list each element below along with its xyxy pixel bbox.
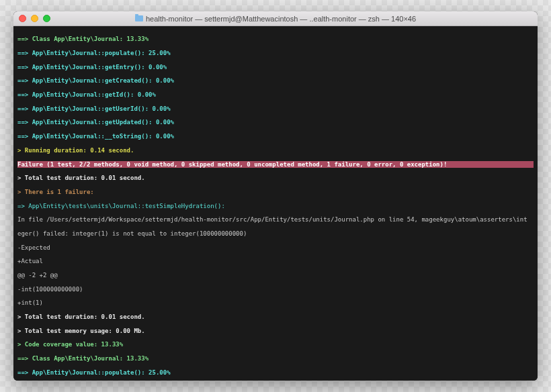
method-line: ==> App\Entity\Journal::getUserId(): 0.0…: [17, 105, 534, 112]
diff-hunk: @@ -2 +2 @@: [17, 272, 534, 279]
total-duration: > Total test duration: 0.01 second.: [17, 175, 534, 181]
total-memory: > Total test memory usage: 0.00 Mb.: [17, 328, 534, 334]
diff-expected: -Expected: [17, 244, 534, 251]
failing-test: => App\Entity\tests\units\Journal::testS…: [17, 203, 534, 209]
window-title: health-monitor — settermjd@Matthewacinto…: [13, 15, 538, 23]
failure-summary: Failure (1 test, 2/2 methods, 0 void met…: [17, 161, 534, 168]
titlebar[interactable]: health-monitor — settermjd@Matthewacinto…: [13, 11, 538, 26]
method-line: ==> App\Entity\Journal::populate(): 25.0…: [17, 369, 534, 376]
method-line: ==> App\Entity\Journal::getId(): 0.00%: [17, 91, 534, 98]
terminal-window: health-monitor — settermjd@Matthewacinto…: [13, 11, 538, 381]
diff-plus: +int(1): [17, 299, 534, 306]
terminal-body[interactable]: ==> Class App\Entity\Journal: 13.33% ==>…: [13, 26, 538, 381]
total-duration: > Total test duration: 0.01 second.: [17, 313, 534, 320]
folder-icon: [135, 15, 143, 21]
failure-file: In file /Users/settermjd/Workspace/sette…: [17, 216, 534, 223]
failure-count: > There is 1 failure:: [17, 189, 534, 195]
window-controls: [19, 15, 50, 22]
window-title-text: health-monitor — settermjd@Matthewacinto…: [146, 15, 416, 23]
minimize-icon[interactable]: [31, 15, 38, 22]
class-header: ==> Class App\Entity\Journal: 13.33%: [17, 36, 534, 42]
class-header: ==> Class App\Entity\Journal: 13.33%: [17, 355, 534, 362]
method-line: ==> App\Entity\Journal::getCreated(): 0.…: [17, 77, 534, 84]
failure-detail: eger() failed: integer(1) is not equal t…: [17, 230, 534, 237]
method-line: ==> App\Entity\Journal::populate(): 25.0…: [17, 50, 534, 56]
diff-actual: +Actual: [17, 258, 534, 264]
method-line: ==> App\Entity\Journal::__toString(): 0.…: [17, 133, 534, 140]
close-icon[interactable]: [19, 15, 26, 22]
zoom-icon[interactable]: [43, 15, 50, 22]
diff-minus: -int(100000000000): [17, 286, 534, 293]
coverage-value: > Code coverage value: 13.33%: [17, 341, 534, 348]
running-duration: > Running duration: 0.14 second.: [17, 147, 534, 154]
method-line: ==> App\Entity\Journal::getUpdated(): 0.…: [17, 119, 534, 126]
method-line: ==> App\Entity\Journal::getEntry(): 0.00…: [17, 64, 534, 70]
